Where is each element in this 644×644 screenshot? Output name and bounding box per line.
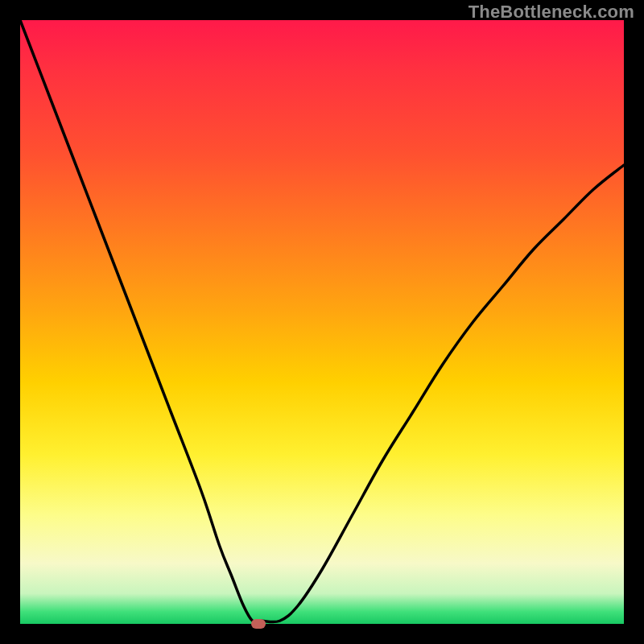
chart-frame: TheBottleneck.com: [0, 0, 644, 644]
bottleneck-curve: [20, 20, 624, 624]
optimal-marker: [251, 619, 266, 629]
plot-area: [20, 20, 624, 624]
